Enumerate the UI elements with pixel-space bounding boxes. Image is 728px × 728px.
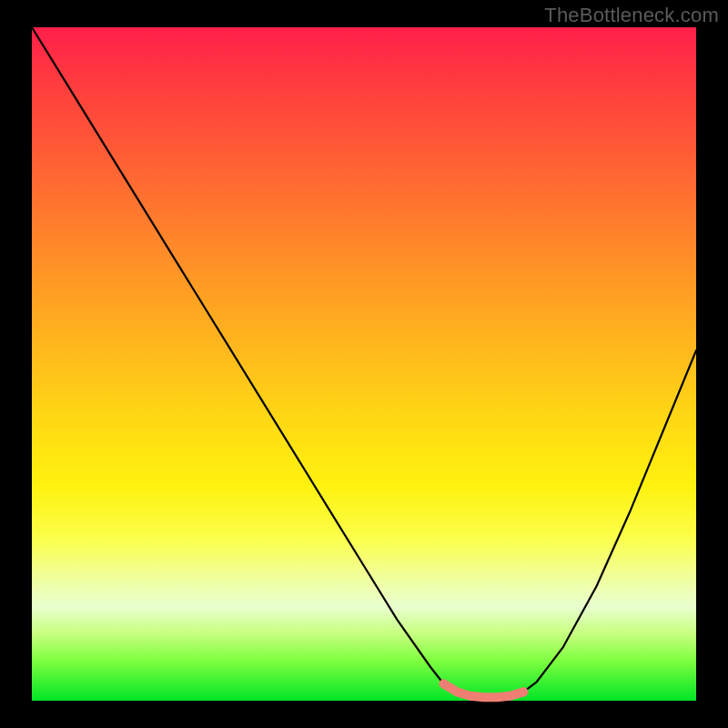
plot-area (32, 27, 696, 701)
chart-frame: TheBottleneck.com (0, 0, 728, 728)
optimum-endpoint-right (519, 687, 528, 696)
bottleneck-curve (32, 27, 696, 697)
optimum-segment (444, 684, 524, 698)
watermark-text: TheBottleneck.com (544, 4, 719, 27)
optimum-endpoint-left (440, 680, 449, 689)
curve-svg (32, 27, 696, 701)
